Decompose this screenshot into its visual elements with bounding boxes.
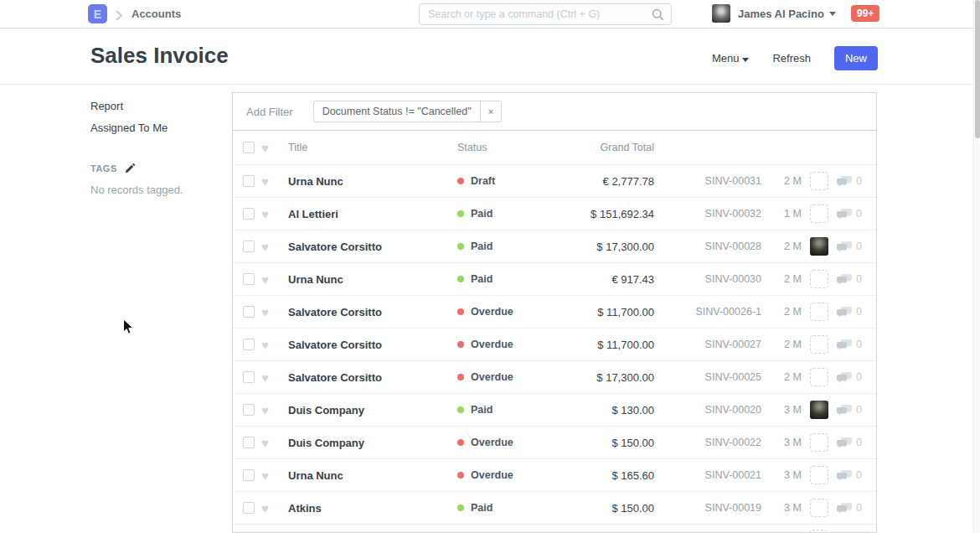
row-id[interactable]: SINV-00030 (654, 273, 761, 285)
row-checkbox[interactable] (243, 371, 255, 383)
row-comments[interactable]: 0 (837, 502, 862, 514)
like-icon[interactable]: ♥ (261, 501, 288, 515)
scrollbar-thumb[interactable] (975, 0, 980, 138)
status-label: Overdue (471, 371, 513, 383)
menu-button[interactable]: Menu (712, 52, 750, 65)
column-header-status[interactable]: Status (457, 142, 537, 153)
status-label: Paid (471, 273, 493, 285)
avatar-placeholder (809, 530, 828, 533)
row-comments[interactable]: 0 (837, 469, 862, 481)
row-comments[interactable]: 0 (837, 306, 862, 318)
filter-chip-label[interactable]: Document Status != "Cancelled" (314, 101, 480, 122)
like-icon[interactable]: ♥ (261, 272, 288, 287)
like-filter-icon[interactable]: ♥ (261, 141, 288, 155)
search-input[interactable] (420, 8, 652, 20)
row-title[interactable]: Urna Nunc (288, 469, 457, 482)
new-button[interactable]: New (834, 46, 878, 70)
column-header-title[interactable]: Title (288, 142, 457, 153)
row-comments[interactable]: 0 (837, 371, 862, 383)
row-checkbox[interactable] (243, 502, 255, 514)
row-title[interactable]: Salvatore Corsitto (288, 306, 457, 318)
row-id[interactable]: SINV-00019 (654, 502, 761, 514)
row-title[interactable]: Urna Nunc (288, 175, 457, 188)
row-id[interactable]: SINV-00031 (654, 175, 761, 187)
like-icon[interactable]: ♥ (261, 240, 288, 254)
like-icon[interactable]: ♥ (261, 207, 288, 221)
row-title[interactable]: Duis Company (288, 404, 457, 417)
row-grand-total: $ 151,692.34 (537, 208, 654, 220)
app-logo[interactable]: E (88, 4, 107, 23)
sidebar-item-report[interactable]: Report (90, 100, 224, 112)
table-row[interactable]: ♥ Urna Nunc Paid € 917.43 SINV-00030 2 M… (233, 263, 876, 296)
table-row-partial (233, 525, 876, 533)
row-checkbox[interactable] (243, 339, 255, 350)
table-row[interactable]: ♥ Salvatore Corsitto Paid $ 17,300.00 SI… (233, 230, 876, 263)
row-checkbox[interactable] (243, 404, 255, 416)
row-checkbox[interactable] (243, 208, 255, 220)
table-row[interactable]: ♥ Urna Nunc Overdue $ 165.60 SINV-00021 … (233, 459, 876, 492)
like-icon[interactable]: ♥ (261, 370, 288, 385)
user-avatar (712, 4, 730, 23)
notifications-badge[interactable]: 99+ (851, 5, 879, 22)
table-row[interactable]: ♥ Urna Nunc Draft € 2,777.78 SINV-00031 … (233, 165, 876, 198)
row-comments[interactable]: 0 (837, 273, 862, 285)
row-id[interactable]: SINV-00026-1 (654, 306, 761, 318)
row-checkbox[interactable] (243, 241, 255, 252)
row-id[interactable]: SINV-00022 (654, 437, 761, 448)
row-checkbox[interactable] (243, 469, 255, 481)
row-title[interactable]: Atkins (288, 502, 457, 515)
table-row[interactable]: ♥ Salvatore Corsitto Overdue $ 11,700.00… (233, 329, 876, 361)
like-icon[interactable]: ♥ (261, 338, 288, 352)
edit-tags-icon[interactable] (125, 163, 136, 173)
comment-count: 0 (856, 437, 862, 448)
comment-count: 0 (856, 371, 862, 383)
page-scrollbar[interactable] (973, 0, 980, 533)
row-id[interactable]: SINV-00032 (654, 208, 761, 220)
table-row[interactable]: ♥ Duis Company Overdue $ 150.00 SINV-000… (233, 427, 876, 459)
like-icon[interactable]: ♥ (261, 468, 288, 483)
select-all-checkbox[interactable] (243, 142, 255, 153)
comment-count: 0 (856, 175, 862, 187)
breadcrumb[interactable]: Accounts (132, 8, 181, 20)
row-title[interactable]: Salvatore Corsitto (288, 371, 457, 384)
row-avatar (810, 172, 828, 190)
like-icon[interactable]: ♥ (261, 436, 288, 450)
row-checkbox[interactable] (243, 306, 255, 318)
row-title[interactable]: Salvatore Corsitto (288, 339, 457, 351)
row-title[interactable]: Salvatore Corsitto (288, 241, 457, 253)
remove-filter-icon[interactable]: × (480, 101, 501, 122)
like-icon[interactable]: ♥ (261, 305, 288, 319)
like-icon[interactable]: ♥ (261, 174, 288, 189)
row-checkbox[interactable] (243, 437, 255, 448)
row-comments[interactable]: 0 (837, 404, 862, 416)
row-comments[interactable]: 0 (837, 175, 862, 187)
row-comments[interactable]: 0 (837, 208, 862, 220)
search-icon[interactable] (652, 8, 664, 21)
sidebar-item-assigned-to-me[interactable]: Assigned To Me (90, 122, 224, 134)
add-filter-button[interactable]: Add Filter (246, 106, 293, 118)
row-id[interactable]: SINV-00020 (654, 404, 761, 416)
row-id[interactable]: SINV-00025 (654, 371, 761, 383)
row-id[interactable]: SINV-00028 (654, 241, 761, 252)
like-icon[interactable]: ♥ (261, 403, 288, 417)
table-row[interactable]: ♥ Atkins Paid $ 150.00 SINV-00019 3 M 0 (233, 492, 876, 525)
row-checkbox[interactable] (243, 175, 255, 187)
user-menu[interactable]: James Al Pacino (712, 4, 836, 23)
table-row[interactable]: ♥ Salvatore Corsitto Overdue $ 11,700.00… (233, 296, 876, 329)
row-title[interactable]: Al Lettieri (288, 208, 457, 220)
row-comments[interactable]: 0 (837, 437, 862, 448)
table-row[interactable]: ♥ Salvatore Corsitto Overdue $ 17,300.00… (233, 361, 876, 394)
row-checkbox[interactable] (243, 273, 255, 285)
refresh-button[interactable]: Refresh (772, 52, 811, 65)
table-row[interactable]: ♥ Duis Company Paid $ 130.00 SINV-00020 … (233, 394, 876, 427)
row-comments[interactable]: 0 (837, 339, 862, 350)
global-search (419, 3, 672, 25)
row-title[interactable]: Duis Company (288, 437, 457, 449)
active-filter-chip[interactable]: Document Status != "Cancelled" × (313, 101, 503, 122)
table-row[interactable]: ♥ Al Lettieri Paid $ 151,692.34 SINV-000… (233, 198, 876, 230)
column-header-grand-total[interactable]: Grand Total (537, 142, 654, 153)
row-id[interactable]: SINV-00027 (654, 339, 761, 350)
row-comments[interactable]: 0 (837, 241, 862, 252)
row-id[interactable]: SINV-00021 (654, 469, 761, 481)
row-title[interactable]: Urna Nunc (288, 273, 457, 286)
